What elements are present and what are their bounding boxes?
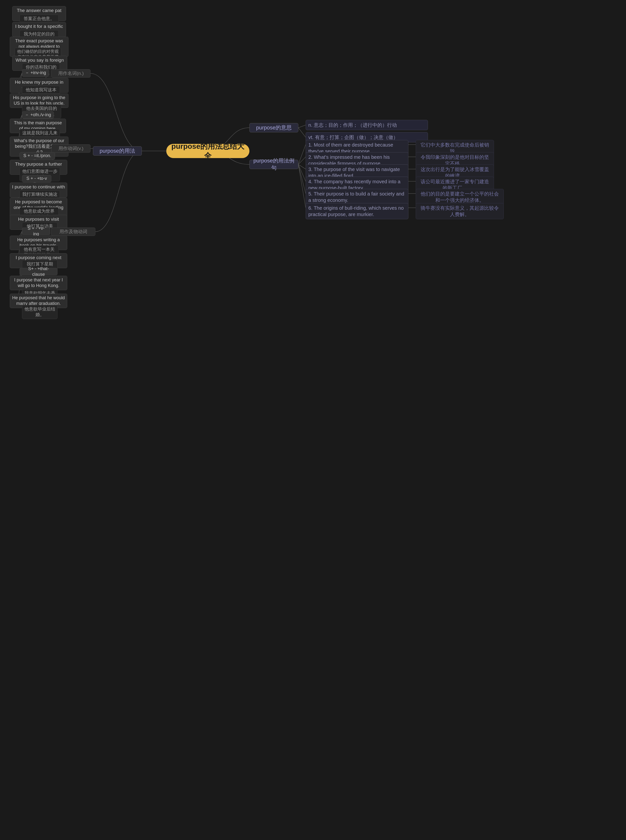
top-ex1-zh: 答案正合他意。: [20, 15, 59, 23]
pattern-inv-ing: － +inv-ing: [22, 69, 49, 77]
example-5-en: 5. Their purpose is to build a fair soci…: [306, 189, 408, 205]
svg-line-2: [298, 144, 306, 165]
svg-line-4: [298, 165, 306, 169]
pattern-v-ing: S + - +v-ing: [22, 227, 50, 235]
center-node: purpose的用法总结大全: [166, 144, 249, 158]
pattern-ofn: － +ofn./v-ing: [22, 111, 54, 119]
pattern-to-v: S + - +to-v: [22, 175, 52, 182]
example-6-zh: 骑牛赛没有实际意义，其起源比较令人费解。: [416, 203, 504, 219]
example-6-en: 6. The origins of bull-riding, which ser…: [306, 203, 408, 219]
sub-branch-verb: 用作动词(v.): [52, 144, 91, 153]
trans-ex4-zh: 他意欲毕业后结婚。: [22, 305, 58, 319]
branch-meaning: purpose的意思: [249, 123, 298, 132]
svg-line-1: [298, 128, 306, 137]
sub-branch-noun: 用作名词(n.): [52, 69, 91, 78]
svg-line-7: [298, 165, 306, 208]
trans-ex3-en: I purpose that next year I will go to Ho…: [10, 276, 67, 290]
svg-line-3: [298, 157, 306, 165]
pattern-it-pron: S + - =it./pron.: [20, 152, 55, 160]
branch-usage: purpose的用法: [93, 146, 142, 156]
branch-examples: purpose的用法例句: [249, 160, 298, 169]
svg-line-5: [298, 165, 306, 181]
pattern-that-clause: S+ - +that-clause: [20, 268, 58, 275]
svg-line-0: [298, 125, 306, 128]
example-5-zh: 他们的目的是要建立一个公平的社会和一个强大的经济体。: [416, 189, 504, 205]
svg-line-6: [298, 165, 306, 194]
sub-branch-transitive: 用作及物动词: [52, 227, 95, 236]
meaning-noun: n. 意志；目的；作用；（进行中的）行动: [306, 120, 428, 130]
